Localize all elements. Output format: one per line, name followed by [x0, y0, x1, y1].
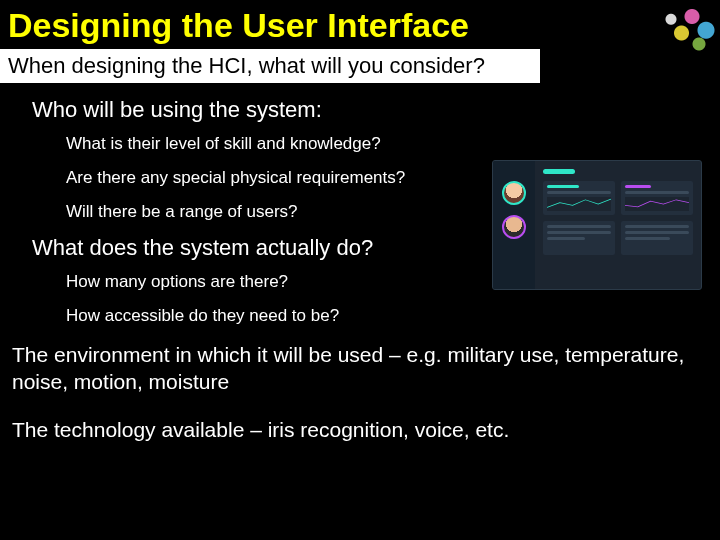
dashboard-card	[543, 181, 615, 215]
accent-bar	[543, 169, 575, 174]
what-item: How accessible do they need to be?	[14, 301, 706, 335]
dashboard-sidebar	[493, 161, 535, 289]
who-item: What is their level of skill and knowled…	[14, 129, 706, 163]
avatar-icon	[502, 215, 526, 239]
dashboard-main	[535, 161, 701, 289]
dashboard-card	[543, 221, 615, 255]
slide-subtitle: When designing the HCI, what will you co…	[0, 49, 540, 83]
chart-icon	[547, 197, 611, 211]
dashboard-card	[621, 181, 693, 215]
chart-icon	[625, 197, 689, 211]
who-heading: Who will be using the system:	[14, 93, 706, 129]
avatar-icon	[502, 181, 526, 205]
dashboard-illustration	[492, 160, 702, 290]
slide-title: Designing the User Interface	[0, 0, 720, 49]
environment-text: The environment in which it will be used…	[0, 335, 720, 410]
dashboard-card	[621, 221, 693, 255]
decorative-splash	[650, 0, 720, 55]
technology-text: The technology available – iris recognit…	[0, 410, 720, 457]
